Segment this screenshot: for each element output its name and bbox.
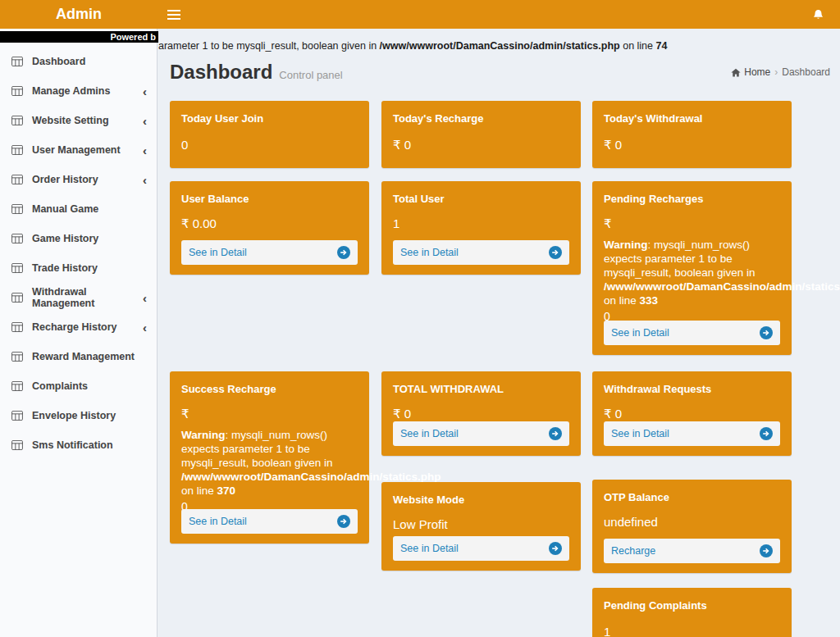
chevron-left-icon: ‹	[143, 143, 147, 157]
table-icon	[11, 204, 25, 214]
brand-logo[interactable]: Admin	[0, 0, 158, 29]
card-website-mode: Website Mode Low Profit See in Detail	[381, 482, 581, 571]
card-total-withdrawal: TOTAL WITHDRAWAL ₹ 0 See in Detail	[381, 371, 581, 456]
card-pending-complaints: Pending Complaints 1	[592, 588, 792, 637]
table-icon	[11, 234, 25, 243]
navbar-right	[806, 0, 840, 29]
arrow-circle-right-icon	[760, 544, 773, 557]
table-icon	[11, 86, 25, 96]
see-in-detail-button[interactable]: See in Detail	[604, 321, 780, 345]
chevron-left-icon: ‹	[143, 321, 147, 334]
main-content: arameter 1 to be mysqli_result, boolean …	[158, 29, 840, 637]
arrow-circle-right-icon	[760, 427, 773, 440]
sidebar-item-sms-notification[interactable]: Sms Notification	[0, 430, 157, 460]
arrow-circle-right-icon	[549, 246, 562, 259]
table-icon	[11, 440, 25, 450]
chevron-left-icon: ‹	[143, 291, 147, 305]
sidebar-toggle-button[interactable]	[158, 0, 190, 29]
card-withdrawal-requests: Withdrawal Requests ₹ 0 See in Detail	[592, 371, 792, 456]
card-todays-recharge: Today's Recharge ₹ 0	[381, 101, 581, 168]
table-icon	[11, 116, 25, 125]
table-icon	[11, 352, 25, 362]
breadcrumb-separator: ›	[774, 66, 778, 78]
table-icon	[11, 293, 25, 303]
arrow-circle-right-icon	[549, 427, 562, 440]
hamburger-icon	[167, 10, 180, 11]
arrow-circle-right-icon	[549, 542, 562, 555]
chevron-left-icon: ‹	[143, 114, 147, 128]
see-in-detail-button[interactable]: See in Detail	[393, 536, 569, 561]
table-icon	[11, 145, 25, 155]
table-icon	[11, 57, 25, 66]
card-total-user: Total User 1 See in Detail	[381, 181, 581, 275]
recharge-button[interactable]: Recharge	[604, 539, 780, 563]
sidebar-item-complaints[interactable]: Complaints	[0, 371, 157, 401]
chevron-left-icon: ‹	[143, 173, 147, 187]
sidebar-item-reward-management[interactable]: Reward Management	[0, 342, 157, 371]
table-icon	[11, 175, 25, 184]
arrow-circle-right-icon	[337, 515, 350, 528]
powered-banner: Powered b	[0, 31, 158, 43]
php-warning-card: Warning: mysqli_num_rows() expects param…	[604, 238, 780, 307]
card-today-user-join: Today User Join 0	[170, 101, 369, 168]
table-icon	[11, 411, 25, 421]
sidebar-item-recharge-history[interactable]: Recharge History ‹	[0, 312, 157, 342]
see-in-detail-button[interactable]: See in Detail	[393, 240, 569, 265]
sidebar-item-game-history[interactable]: Game History	[0, 224, 157, 253]
sidebar-menu: Dashboard Manage Admins ‹ Website Settin…	[0, 29, 157, 460]
home-icon	[731, 68, 741, 77]
chevron-left-icon: ‹	[143, 84, 147, 98]
see-in-detail-button[interactable]: See in Detail	[181, 509, 358, 534]
card-otp-balance: OTP Balance undefined Recharge	[592, 480, 792, 573]
sidebar-item-website-setting[interactable]: Website Setting ‹	[0, 106, 157, 135]
arrow-circle-right-icon	[337, 246, 350, 259]
sidebar-item-dashboard[interactable]: Dashboard	[0, 47, 157, 76]
table-icon	[11, 263, 25, 273]
sidebar: Powered b Dashboard Manage Admins ‹ Webs…	[0, 29, 158, 637]
php-warning-card: Warning: mysqli_num_rows() expects param…	[181, 428, 358, 498]
see-in-detail-button[interactable]: See in Detail	[604, 421, 780, 446]
card-user-balance: User Balance ₹ 0.00 See in Detail	[170, 181, 369, 275]
notifications-icon[interactable]	[806, 0, 830, 29]
table-icon	[11, 381, 25, 391]
page-title: Dashboard	[170, 61, 272, 84]
sidebar-item-envelope-history[interactable]: Envelope History	[0, 401, 157, 430]
card-todays-withdrawal: Today's Withdrawal ₹ 0	[592, 101, 792, 168]
arrow-circle-right-icon	[760, 326, 773, 339]
page-subtitle: Control panel	[279, 69, 342, 81]
sidebar-item-order-history[interactable]: Order History ‹	[0, 165, 157, 194]
table-icon	[11, 322, 25, 332]
sidebar-item-trade-history[interactable]: Trade History	[0, 253, 157, 283]
breadcrumb: Home › Dashboard	[731, 66, 830, 78]
see-in-detail-button[interactable]: See in Detail	[181, 240, 358, 265]
top-navbar: Admin	[0, 0, 840, 29]
breadcrumb-current: Dashboard	[782, 66, 830, 78]
card-pending-recharges: Pending Recharges ₹ Warning: mysqli_num_…	[592, 181, 792, 355]
php-warning-top: arameter 1 to be mysqli_result, boolean …	[158, 29, 840, 52]
card-success-recharge: Success Recharge ₹ Warning: mysqli_num_r…	[170, 371, 369, 544]
see-in-detail-button[interactable]: See in Detail	[393, 421, 569, 446]
sidebar-item-withdrawal-management[interactable]: Withdrawal Management ‹	[0, 283, 157, 312]
content-header: Dashboard Control panel Home › Dashboard	[158, 52, 840, 84]
sidebar-item-user-management[interactable]: User Management ‹	[0, 135, 157, 165]
breadcrumb-home-link[interactable]: Home	[731, 66, 770, 78]
sidebar-item-manage-admins[interactable]: Manage Admins ‹	[0, 76, 157, 106]
sidebar-item-manual-game[interactable]: Manual Game	[0, 194, 157, 224]
